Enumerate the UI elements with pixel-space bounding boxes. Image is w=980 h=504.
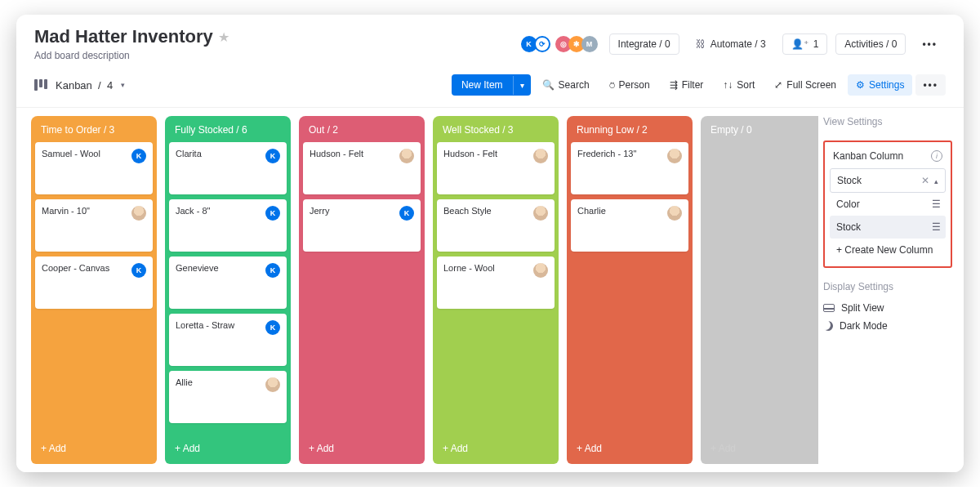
person-add-icon: 👤⁺ <box>791 38 808 50</box>
kanban-card[interactable]: JerryK <box>303 199 421 252</box>
more-menu-icon[interactable]: ••• <box>914 33 946 55</box>
kanban-card[interactable]: Samuel - WoolK <box>35 142 153 194</box>
kanban-column: Fully Stocked / 6ClaritaKJack - 8"KGenev… <box>165 116 291 464</box>
add-card-button[interactable]: + Add <box>701 435 818 464</box>
clear-icon[interactable]: ✕ <box>921 175 929 186</box>
kanban-card[interactable]: Lorne - Wool <box>437 256 555 309</box>
card-title: Loretta - Straw <box>176 320 234 330</box>
kanban-column-selected[interactable]: Stock ✕▴ <box>830 168 946 193</box>
column-header[interactable]: Time to Order / 3 <box>31 116 157 142</box>
automate-button[interactable]: ⛓ Automate / 3 <box>688 34 774 54</box>
sort-button[interactable]: ↑↓Sort <box>715 74 763 96</box>
display-settings-heading: Display Settings <box>823 281 952 292</box>
card-title: Cooper - Canvas <box>42 263 109 273</box>
avatar-icon <box>667 206 682 221</box>
fullscreen-icon: ⤢ <box>774 79 782 91</box>
add-card-button[interactable]: + Add <box>433 435 559 464</box>
members-button[interactable]: 👤⁺ 1 <box>782 33 828 55</box>
page-title: Mad Hatter Inventory <box>34 26 213 47</box>
view-settings-heading: View Settings <box>823 116 952 127</box>
column-header[interactable]: Fully Stocked / 6 <box>165 116 291 142</box>
chevron-down-icon[interactable]: ▾ <box>513 76 531 95</box>
kanban-card[interactable]: GenevieveK <box>169 256 287 309</box>
create-new-column[interactable]: + Create New Column <box>830 239 946 261</box>
user-initial-icon: K <box>131 263 146 278</box>
integrate-button[interactable]: Integrate / 0 <box>609 33 679 55</box>
favorite-star-icon[interactable]: ★ <box>218 29 229 45</box>
avatar-icon <box>265 377 280 392</box>
filter-icon: ⇶ <box>670 79 678 91</box>
avatar-icon <box>131 206 146 221</box>
kanban-card[interactable]: Allie <box>169 371 287 423</box>
card-title: Jack - 8" <box>176 206 210 216</box>
chevron-up-icon[interactable]: ▴ <box>934 177 938 185</box>
split-view-toggle[interactable]: Split View <box>823 299 952 317</box>
kanban-card[interactable]: Hudson - Felt <box>437 142 555 194</box>
fullscreen-button[interactable]: ⤢Full Screen <box>766 74 844 96</box>
moon-icon <box>823 321 833 331</box>
card-title: Samuel - Wool <box>42 149 100 158</box>
add-card-button[interactable]: + Add <box>31 435 157 464</box>
search-button[interactable]: 🔍Search <box>534 74 598 96</box>
sort-icon: ↑↓ <box>723 79 733 91</box>
add-card-button[interactable]: + Add <box>567 435 693 464</box>
robot-icon: ⛓ <box>696 38 706 50</box>
card-title: Genevieve <box>176 263 219 273</box>
integration-icons-2[interactable]: ◎✱M <box>559 36 598 52</box>
kanban-card[interactable]: Cooper - CanvasK <box>35 256 153 309</box>
chevron-down-icon[interactable]: ▾ <box>121 81 125 89</box>
kanban-card[interactable]: Marvin - 10" <box>35 199 153 252</box>
column-header[interactable]: Empty / 0 <box>701 116 818 142</box>
column-header[interactable]: Out / 2 <box>299 116 425 142</box>
activities-button[interactable]: Activities / 0 <box>835 33 906 55</box>
card-title: Lorne - Wool <box>443 263 495 273</box>
avatar-icon <box>667 149 682 163</box>
kanban-column: Time to Order / 3Samuel - WoolKMarvin - … <box>31 116 157 464</box>
card-title: Allie <box>176 377 193 387</box>
kanban-column: Well Stocked / 3Hudson - FeltBeach Style… <box>433 116 559 464</box>
search-icon: 🔍 <box>542 79 555 91</box>
add-card-button[interactable]: + Add <box>299 435 425 464</box>
person-icon: ⍥ <box>609 79 615 91</box>
drag-handle-icon[interactable]: ☰ <box>932 198 939 210</box>
integration-icons[interactable]: K⟳ <box>524 36 550 52</box>
card-title: Hudson - Felt <box>310 149 363 158</box>
kanban-column-option[interactable]: Stock ☰ <box>830 216 946 239</box>
avatar-icon <box>533 206 548 221</box>
user-initial-icon: K <box>265 320 280 335</box>
add-card-button[interactable]: + Add <box>165 435 291 464</box>
split-view-icon <box>823 304 835 312</box>
user-initial-icon: K <box>399 206 414 221</box>
dark-mode-toggle[interactable]: Dark Mode <box>823 317 952 335</box>
view-name[interactable]: Kanban / 4 <box>56 79 113 91</box>
card-title: Hudson - Felt <box>443 149 497 158</box>
new-item-button[interactable]: New Item ▾ <box>452 74 531 96</box>
kanban-card[interactable]: Hudson - Felt <box>303 142 421 194</box>
board-description[interactable]: Add board description <box>34 50 229 61</box>
user-initial-icon: K <box>265 206 280 221</box>
kanban-card[interactable]: Jack - 8"K <box>169 199 287 252</box>
gear-icon: ⚙ <box>856 79 865 91</box>
kanban-card[interactable]: Beach Style <box>437 199 555 252</box>
card-title: Jerry <box>310 206 329 216</box>
settings-button[interactable]: ⚙Settings <box>848 74 912 96</box>
card-title: Beach Style <box>443 206 492 216</box>
column-header[interactable]: Running Low / 2 <box>567 116 693 142</box>
avatar-icon <box>533 149 548 163</box>
card-title: Marvin - 10" <box>42 206 90 216</box>
kanban-column: Empty / 0+ Add <box>701 116 818 464</box>
filter-button[interactable]: ⇶Filter <box>662 74 712 96</box>
drag-handle-icon[interactable]: ☰ <box>932 221 939 233</box>
kanban-card[interactable]: ClaritaK <box>169 142 287 194</box>
kanban-card[interactable]: Loretta - StrawK <box>169 314 287 366</box>
person-filter-button[interactable]: ⍥Person <box>601 74 658 96</box>
kanban-icon <box>34 79 47 91</box>
toolbar-more-icon[interactable]: ••• <box>915 74 946 96</box>
column-header[interactable]: Well Stocked / 3 <box>433 116 559 142</box>
kanban-column-option[interactable]: Color ☰ <box>830 193 946 216</box>
kanban-card[interactable]: Charlie <box>571 199 688 252</box>
info-icon[interactable]: i <box>931 150 942 162</box>
kanban-column: Out / 2Hudson - FeltJerryK+ Add <box>299 116 425 464</box>
kanban-column: Running Low / 2Frederich - 13"Charlie+ A… <box>567 116 693 464</box>
kanban-card[interactable]: Frederich - 13" <box>571 142 688 194</box>
